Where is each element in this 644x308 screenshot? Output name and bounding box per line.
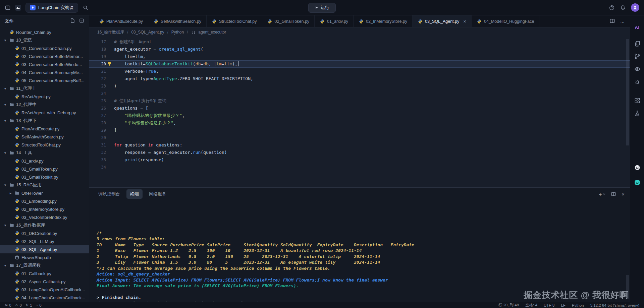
tree-folder-12_代理中[interactable]: ▾12_代理中 [0,101,89,109]
editor-scrollbar[interactable] [626,39,629,145]
tests-icon[interactable] [632,108,642,118]
breadcrumb-item[interactable]: 03_SQL_Agent.py [131,30,164,35]
ai-badge[interactable]: AI [632,22,642,32]
tree-folder-14_工具[interactable]: ▾14_工具 [0,149,89,157]
code-line-18[interactable]: 18agent_executor = create_sql_agent( [89,46,630,53]
tab-03_SQL_Agent.py[interactable]: 03_SQL_Agent.py× [413,15,472,27]
tree-file-StructedToolChat.py[interactable]: StructedToolChat.py [0,141,89,149]
code-line-31[interactable]: 31for question in questions: [89,141,630,149]
close-icon[interactable]: × [463,19,466,24]
new-terminal-icon[interactable]: + [599,191,605,197]
code-line-19[interactable]: 19 llm=llm, [89,53,630,60]
search-icon[interactable] [83,5,89,11]
tree-file-03_VectorstoreIndex.py[interactable]: 03_VectorstoreIndex.py [0,213,89,221]
errors-indicator[interactable]: ⊗0 [5,303,11,307]
assistant-icon[interactable] [632,163,642,173]
tree-file-03_ConversationBufferWindo...[interactable]: 03_ConversationBufferWindo... [0,60,89,68]
tree-file-SelfAskwithSearch.py[interactable]: SelfAskwithSearch.py [0,133,89,141]
tree-file-03_GmailToolkit.py[interactable]: 03_GmailToolkit.py [0,173,89,181]
split-editor-icon[interactable] [610,18,615,24]
code-line-33[interactable]: 33 print(response) [89,156,630,164]
run-button[interactable]: 运行 [308,3,336,13]
code-line-32[interactable]: 32 response = agent_executor.run(questio… [89,149,630,156]
copy-icon[interactable] [632,39,642,49]
tab-02_GmailToken.py[interactable]: 02_GmailToken.py [262,15,315,27]
tree-file-Rounter_Chain.py[interactable]: Rounter_Chain.py [0,28,89,36]
tab-04_ModelIO_HuggingFace[interactable]: 04_ModelIO_HuggingFace [472,15,539,27]
close-panel-icon[interactable]: × [622,191,625,197]
terminal-scrollbar[interactable] [626,275,629,299]
help-icon[interactable] [609,5,615,11]
user-avatar[interactable] [631,3,639,12]
collapse-folders-icon[interactable] [79,18,84,24]
debug-icon[interactable] [632,77,642,87]
tab-StructedToolChat.py[interactable]: StructedToolChat.py [207,15,262,27]
status-segment-4[interactable]: Python [572,303,584,307]
tree-folder-11_代理上[interactable]: ▾11_代理上 [0,84,89,93]
new-file-icon[interactable] [70,18,75,24]
tree-file-ReActAgent_with_Debug.py[interactable]: ReActAgent_with_Debug.py [0,109,89,117]
tab-PlanAndExecute.py[interactable]: PlanAndExecute.py [94,15,148,27]
code-line-29[interactable]: 29] [89,127,630,134]
code-line-22[interactable]: 22 agent_type=AgentType.ZERO_SHOT_REACT_… [89,75,630,82]
tree-folder-15_RAG应用[interactable]: ▾15_RAG应用 [0,181,89,189]
tree-file-01_ConversationChain.py[interactable]: 01_ConversationChain.py [0,44,89,52]
code-line-20[interactable]: 20 toolkit=SQLDatabaseToolkit(db=db, llm… [89,60,630,68]
tree-file-04_ConversationSummaryMe...[interactable]: 04_ConversationSummaryMe... [0,68,89,76]
tree-file-02_GmailToken.py[interactable]: 02_GmailToken.py [0,165,89,173]
source-control-icon[interactable] [632,51,642,61]
code-line-23[interactable]: 23) [89,82,630,90]
tree-file-03_SQL_Agent.py[interactable]: 03_SQL_Agent.py [0,245,89,253]
tree-file-01_arxiv.py[interactable]: 01_arxiv.py [0,157,89,165]
code-editor[interactable]: 17# 创建SQL Agent18agent_executor = create… [89,37,630,187]
tree-file-04_LangChainCustomCallback...[interactable]: 04_LangChainCustomCallback... [0,294,89,302]
tree-folder-17_回调函数[interactable]: ▾17_回调函数 [0,261,89,269]
status-segment-3[interactable]: LF [561,303,565,307]
tree-folder-OneFlower[interactable]: ▸OneFlower [0,189,89,197]
ports-indicator[interactable]: ○0 [36,303,42,307]
tree-file-01_DBCreation.py[interactable]: 01_DBCreation.py [0,229,89,237]
tree-folder-10_记忆[interactable]: ▾10_记忆 [0,36,89,44]
status-segment-5[interactable]: 3.12.2 64-bit ('shims': pyenv) [590,303,639,307]
tree-file-PlanAndExecute.py[interactable]: PlanAndExecute.py [0,125,89,133]
ai-chat-icon[interactable] [632,177,642,187]
tree-file-01_Callback.py[interactable]: 01_Callback.py [0,269,89,278]
code-line-24[interactable]: 24 [89,90,630,97]
tree-folder-16_操作数据库[interactable]: ▾16_操作数据库 [0,221,89,229]
tree-file-02_InMemoryStore.py[interactable]: 02_InMemoryStore.py [0,205,89,213]
code-line-21[interactable]: 21 verbose=True, [89,68,630,75]
breadcrumb-item[interactable]: 16_操作数据库 [97,29,124,35]
sidebar-toggle-icon[interactable] [5,5,11,11]
code-line-26[interactable]: 26questions = [ [89,105,630,112]
tree-file-02_ConversationBufferMemor...[interactable]: 02_ConversationBufferMemor... [0,52,89,60]
breadcrumb-item[interactable]: agent_executor [199,30,226,35]
code-line-34[interactable]: 34 [89,164,630,171]
code-line-28[interactable]: 28 "平均销售价格是多少？", [89,119,630,127]
extensions-icon[interactable] [632,96,642,106]
status-segment-2[interactable]: UTF-8 [544,303,555,307]
notifications-bell-icon[interactable] [620,5,626,11]
tree-file-03_LangChainOpenAICallback...[interactable]: 03_LangChainOpenAICallback... [0,286,89,294]
panel-tab-终端[interactable]: 终端 [126,189,143,199]
code-line-25[interactable]: 25# 使用Agent执行SQL查询 [89,97,630,105]
app-logo[interactable] [15,5,21,11]
code-line-17[interactable]: 17# 创建SQL Agent [89,38,630,46]
tab-02_InMemoryStore.py[interactable]: 02_InMemoryStore.py [354,15,413,27]
panel-tab-调试控制台[interactable]: 调试控制台 [95,189,124,199]
tree-file-02_Async_Callback.py[interactable]: 02_Async_Callback.py [0,278,89,286]
tree-file-FlowerShop.db[interactable]: FlowerShop.db [0,253,89,261]
code-line-27[interactable]: 27 "哪种鲜花的存货数量最少？", [89,112,630,119]
lightbulb-icon[interactable] [107,61,112,67]
status-segment-1[interactable]: 空格: 4 [525,303,537,308]
split-terminal-icon[interactable] [611,192,616,196]
panel-tab-网络服务[interactable]: 网络服务 [145,189,170,199]
tree-file-05_ConversationSummaryBuff...[interactable]: 05_ConversationSummaryBuff... [0,76,89,84]
tab-01_arxiv.py[interactable]: 01_arxiv.py [315,15,354,27]
tree-file-01_Embedding.py[interactable]: 01_Embedding.py [0,197,89,205]
tree-file-ReActAgent.py[interactable]: ReActAgent.py [0,93,89,101]
terminal[interactable]: /*3 rows from Flowers table:ID Name Type… [89,200,630,302]
warnings-indicator[interactable]: ⚠0 [15,303,22,307]
tree-folder-13_代理下[interactable]: ▾13_代理下 [0,117,89,125]
status-segment-0[interactable]: 行 20, 列 48 [498,303,519,308]
tab-SelfAskwithSearch.py[interactable]: SelfAskwithSearch.py [148,15,207,27]
